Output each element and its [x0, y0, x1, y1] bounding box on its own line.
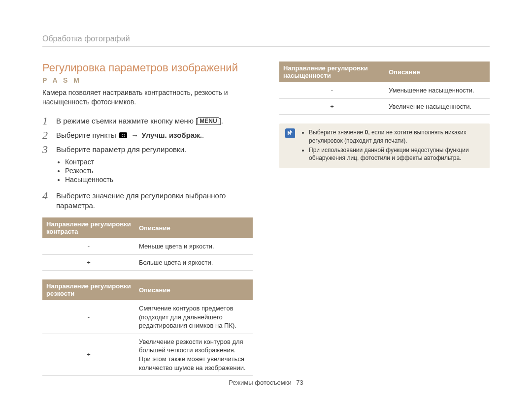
contrast-header-desc: Описание [135, 217, 253, 239]
mode-indicator: P A S M [42, 76, 253, 84]
contrast-table: Направление регулировки контраста Описан… [42, 217, 253, 271]
page-footer: Режимы фотосъемки 73 [0, 379, 532, 386]
contrast-plus-desc: Больше цвета и яркости. [135, 254, 253, 271]
sharpness-header-desc: Описание [135, 279, 253, 301]
saturation-header-direction: Направление регулировки насыщенности [279, 62, 385, 83]
breadcrumb: Обработка фотографий [42, 34, 490, 47]
sharpness-plus: + [42, 334, 135, 375]
step-number: 2 [42, 129, 56, 141]
step-number: 1 [42, 115, 56, 127]
step-4-text: Выберите значение для регулировки выбран… [56, 189, 253, 211]
contrast-minus-desc: Меньше цвета и яркости. [135, 239, 253, 255]
step-number: 3 [42, 143, 56, 155]
note-1a: Выберите значение [309, 129, 365, 136]
sharpness-table: Направление регулировки резкости Описани… [42, 279, 253, 376]
page-number: 73 [296, 379, 303, 386]
step-3-options: Контраст Резкость Насыщенность [56, 158, 253, 184]
option-contrast: Контраст [65, 158, 253, 166]
sharpness-plus-desc: Увеличение резкости контуров для большей… [135, 334, 253, 375]
sharpness-minus-desc: Смягчение контуров предметов (подходит д… [135, 301, 253, 334]
step-number: 4 [42, 189, 56, 202]
table-row: - Меньше цвета и яркости. [42, 239, 253, 255]
step-2-menu-path: Улучш. изображ. [141, 131, 202, 139]
note-item-unavailable: При использовании данной функции недосту… [309, 146, 484, 163]
sharpness-minus: - [42, 301, 135, 334]
step-4: 4 Выберите значение для регулировки выбр… [42, 189, 253, 211]
option-saturation: Насыщенность [65, 176, 253, 184]
saturation-minus: - [279, 83, 385, 99]
intro-text: Камера позволяет настраивать контрастнос… [42, 88, 253, 107]
note-item-zero: Выберите значение 0, если не хотите выпо… [309, 128, 484, 145]
saturation-minus-desc: Уменьшение насыщенности. [385, 83, 490, 99]
arrow-icon: → [130, 131, 139, 139]
camera-icon [119, 132, 127, 138]
option-sharpness: Резкость [65, 167, 253, 175]
contrast-minus: - [42, 239, 135, 255]
saturation-plus: + [279, 98, 385, 115]
footer-section: Режимы фотосъемки [229, 379, 291, 386]
saturation-plus-desc: Увеличение насыщенности. [385, 98, 490, 115]
page-title: Регулировка параметров изображений [42, 62, 253, 74]
note-box: Выберите значение 0, если не хотите выпо… [279, 123, 490, 168]
step-1-text-a: В режиме съемки нажмите кнопку меню [ [56, 117, 198, 125]
table-row: - Уменьшение насыщенности. [279, 83, 490, 99]
saturation-table: Направление регулировки насыщенности Опи… [279, 62, 490, 115]
step-3-text: Выберите параметр для регулировки. [56, 143, 253, 154]
info-icon [285, 128, 295, 138]
step-1-text-b: ]. [219, 117, 223, 125]
contrast-header-direction: Направление регулировки контраста [42, 217, 135, 239]
sharpness-header-direction: Направление регулировки резкости [42, 279, 135, 301]
table-row: - Смягчение контуров предметов (подходит… [42, 301, 253, 334]
saturation-header-desc: Описание [385, 62, 490, 83]
menu-button-label: MENU [198, 117, 219, 125]
table-row: + Увеличение насыщенности. [279, 98, 490, 115]
contrast-plus: + [42, 254, 135, 271]
table-row: + Больше цвета и яркости. [42, 254, 253, 271]
step-3: 3 Выберите параметр для регулировки. [42, 143, 253, 155]
step-1: 1 В режиме съемки нажмите кнопку меню [M… [42, 115, 253, 127]
step-2-text-a: Выберите пункты [56, 131, 118, 139]
table-row: + Увеличение резкости контуров для больш… [42, 334, 253, 375]
step-2: 2 Выберите пункты → Улучш. изображ.. [42, 129, 253, 141]
